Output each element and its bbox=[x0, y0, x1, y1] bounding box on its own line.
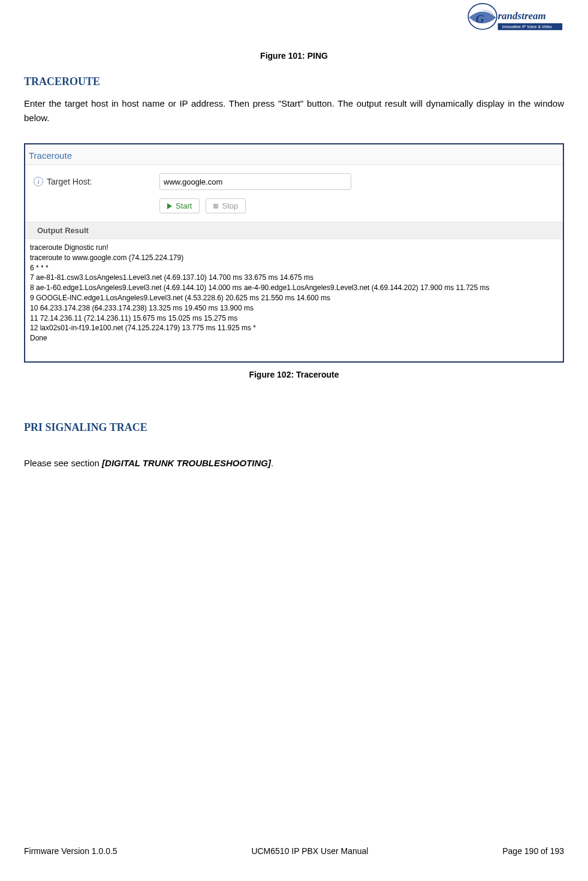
info-icon[interactable]: i bbox=[34, 177, 43, 186]
logo-brand-text-2: randstream bbox=[498, 10, 546, 22]
traceroute-description: Enter the target host in host name or IP… bbox=[24, 96, 564, 125]
traceroute-screenshot: Traceroute i Target Host: Start Stop Out… bbox=[24, 143, 564, 363]
pri-description: Please see section [DIGITAL TRUNK TROUBL… bbox=[24, 458, 564, 468]
stop-icon bbox=[213, 204, 218, 209]
grandstream-logo-icon: G randstream Innovative IP Voice & Video bbox=[462, 1, 564, 37]
footer-page-number: Page 190 of 193 bbox=[502, 846, 564, 856]
target-host-label-text: Target Host: bbox=[47, 177, 92, 186]
section-heading-pri: PRI SIGNALING TRACE bbox=[24, 421, 564, 434]
stop-button-label: Stop bbox=[222, 201, 238, 210]
output-result-text: traceroute Dignostic run! traceroute to … bbox=[25, 239, 563, 361]
logo-brand-text: G bbox=[476, 13, 484, 25]
figure-102-caption: Figure 102: Traceroute bbox=[24, 370, 564, 379]
brand-logo: G randstream Innovative IP Voice & Video bbox=[462, 1, 564, 40]
footer-manual-title: UCM6510 IP PBX User Manual bbox=[251, 846, 368, 856]
figure-101-caption: Figure 101: PING bbox=[24, 51, 564, 61]
panel-title: Traceroute bbox=[25, 144, 563, 165]
output-result-header: Output Result bbox=[25, 222, 563, 239]
target-host-input[interactable] bbox=[159, 173, 351, 190]
footer-firmware-version: Firmware Version 1.0.0.5 bbox=[24, 846, 117, 856]
section-heading-traceroute: TRACEROUTE bbox=[24, 76, 564, 88]
pri-text-prefix: Please see section bbox=[24, 458, 102, 468]
document-page: G randstream Innovative IP Voice & Video… bbox=[0, 0, 588, 881]
start-button[interactable]: Start bbox=[159, 198, 200, 213]
start-button-label: Start bbox=[176, 201, 192, 210]
page-footer: Firmware Version 1.0.0.5 UCM6510 IP PBX … bbox=[24, 846, 564, 856]
pri-text-suffix: . bbox=[271, 458, 273, 468]
stop-button[interactable]: Stop bbox=[206, 198, 246, 213]
pri-reference-link: [DIGITAL TRUNK TROUBLESHOOTING] bbox=[102, 458, 271, 468]
target-host-label: i Target Host: bbox=[34, 177, 159, 186]
logo-tagline: Innovative IP Voice & Video bbox=[502, 25, 552, 29]
button-row: Start Stop bbox=[25, 195, 563, 222]
play-icon bbox=[167, 203, 172, 209]
target-host-row: i Target Host: bbox=[25, 165, 563, 195]
